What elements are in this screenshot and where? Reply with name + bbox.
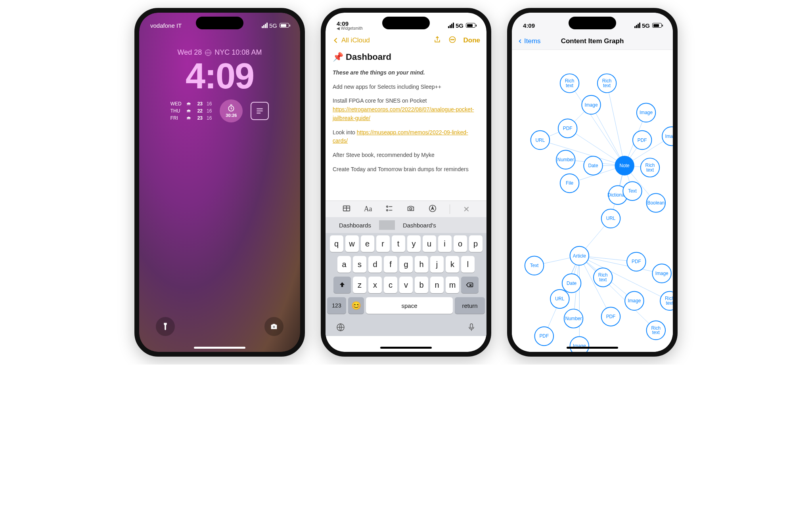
numbers-key[interactable]: 123	[327, 297, 346, 314]
graph-node[interactable]: Richtext	[647, 321, 666, 340]
graph-node[interactable]: Text	[525, 256, 544, 275]
home-indicator[interactable]	[567, 347, 618, 349]
suggestion[interactable]: Dashboard's	[395, 222, 444, 229]
weather-widget[interactable]: WED🌧2316 THU🌧2216 FRI🌧2316	[170, 100, 212, 122]
graph-canvas[interactable]: RichtextRichtextImageImagePDFURLPDFImage…	[512, 50, 673, 352]
key-y[interactable]: y	[407, 235, 421, 252]
key-g[interactable]: g	[399, 256, 413, 273]
camera-insert-button[interactable]	[406, 204, 415, 214]
space-key[interactable]: space	[366, 297, 453, 314]
graph-node[interactable]: Image	[662, 127, 673, 146]
graph-node[interactable]: File	[560, 174, 579, 193]
emoji-key[interactable]: 😊	[348, 297, 364, 314]
textstyle-button[interactable]: Aa	[364, 205, 372, 213]
key-i[interactable]: i	[438, 235, 452, 252]
graph-node-label: Richtext	[651, 325, 661, 336]
graph-node[interactable]: Number	[556, 150, 575, 169]
key-h[interactable]: h	[415, 256, 428, 273]
share-button[interactable]	[433, 36, 441, 46]
back-button[interactable]: All iCloud	[332, 36, 370, 44]
graph-node[interactable]: Richtext	[598, 74, 617, 93]
rain-icon: 🌧	[186, 100, 193, 107]
dynamic-island	[569, 17, 616, 29]
table-button[interactable]	[342, 204, 351, 214]
key-m[interactable]: m	[446, 277, 459, 293]
key-r[interactable]: r	[376, 235, 390, 252]
graph-node[interactable]: Text	[623, 182, 642, 201]
key-b[interactable]: b	[415, 277, 428, 293]
backspace-icon	[466, 281, 474, 289]
note-paragraph: Install FPGA core for SNES on Pocket htt…	[333, 97, 479, 122]
note-link[interactable]: https://retrogamecorps.com/2022/08/07/an…	[333, 106, 474, 121]
graph-node[interactable]: Image	[652, 264, 671, 283]
graph-node[interactable]: URL	[601, 209, 620, 228]
graph-node[interactable]: Boolean	[647, 193, 666, 212]
delete-key[interactable]	[461, 277, 479, 293]
notes-widget[interactable]	[251, 102, 269, 120]
key-o[interactable]: o	[454, 235, 467, 252]
checklist-button[interactable]	[385, 204, 394, 214]
key-v[interactable]: v	[399, 277, 413, 293]
graph-node[interactable]: Date	[584, 156, 603, 175]
graph-node[interactable]: Image	[637, 103, 656, 122]
back-button[interactable]: Items	[517, 37, 541, 45]
key-d[interactable]: d	[368, 256, 382, 273]
graph-node[interactable]: Article	[570, 246, 589, 265]
key-p[interactable]: p	[469, 235, 483, 252]
key-j[interactable]: j	[430, 256, 444, 273]
flashlight-button[interactable]	[156, 317, 175, 336]
shift-key[interactable]	[333, 277, 351, 293]
graph-node[interactable]: Richtext	[660, 292, 673, 311]
key-l[interactable]: l	[461, 256, 475, 273]
graph-node[interactable]: Image	[570, 336, 589, 352]
timer-widget[interactable]: 30:26	[220, 99, 243, 122]
graph-node[interactable]: Richtext	[594, 268, 613, 287]
key-k[interactable]: k	[446, 256, 459, 273]
home-indicator[interactable]	[194, 347, 245, 349]
graph-node-label: PDF	[638, 137, 647, 143]
graph-node-label: Image	[585, 102, 598, 108]
format-toolbar: Aa ✕	[326, 200, 486, 217]
graph-node[interactable]: Richtext	[641, 158, 660, 177]
key-x[interactable]: x	[368, 277, 382, 293]
key-q[interactable]: q	[330, 235, 343, 252]
graph-node[interactable]: PDF	[633, 131, 652, 150]
graph-node[interactable]: Richtext	[560, 74, 579, 93]
key-w[interactable]: w	[345, 235, 359, 252]
note-editor[interactable]: 📌 Dashboard These are the things on your…	[326, 50, 486, 201]
graph-node[interactable]: Image	[625, 292, 644, 311]
graph-node[interactable]: Image	[582, 95, 601, 115]
key-e[interactable]: e	[361, 235, 374, 252]
graph-node[interactable]: PDF	[535, 327, 554, 346]
dictation-key[interactable]	[467, 323, 476, 334]
breadcrumb-back[interactable]: ◀ Widgetsmith	[337, 26, 363, 31]
svg-point-9	[410, 208, 412, 210]
key-t[interactable]: t	[392, 235, 405, 252]
return-key[interactable]: return	[455, 297, 485, 314]
graph-node-label: Boolean	[647, 200, 665, 206]
more-button[interactable]	[448, 36, 456, 46]
key-u[interactable]: u	[423, 235, 436, 252]
graph-node[interactable]: Number	[564, 309, 583, 328]
key-a[interactable]: a	[337, 256, 351, 273]
graph-node[interactable]: PDF	[558, 119, 577, 138]
key-z[interactable]: z	[353, 277, 366, 293]
home-indicator[interactable]	[380, 347, 432, 349]
camera-button[interactable]	[264, 317, 283, 336]
graph-node[interactable]: PDF	[627, 252, 646, 271]
markup-button[interactable]	[428, 204, 437, 214]
dynamic-island	[196, 17, 243, 29]
graph-node[interactable]: URL	[531, 131, 550, 150]
graph-node[interactable]: Note	[615, 156, 634, 175]
graph-node[interactable]: Date	[562, 274, 581, 293]
close-format-button[interactable]: ✕	[463, 204, 470, 214]
key-s[interactable]: s	[353, 256, 366, 273]
globe-key[interactable]	[336, 323, 345, 334]
key-n[interactable]: n	[430, 277, 444, 293]
done-button[interactable]: Done	[463, 36, 481, 44]
key-c[interactable]: c	[384, 277, 397, 293]
suggestion[interactable]: Dashboards	[331, 222, 379, 229]
graph-node[interactable]: PDF	[601, 307, 620, 326]
key-f[interactable]: f	[384, 256, 397, 273]
graph-node[interactable]: URL	[550, 290, 569, 309]
